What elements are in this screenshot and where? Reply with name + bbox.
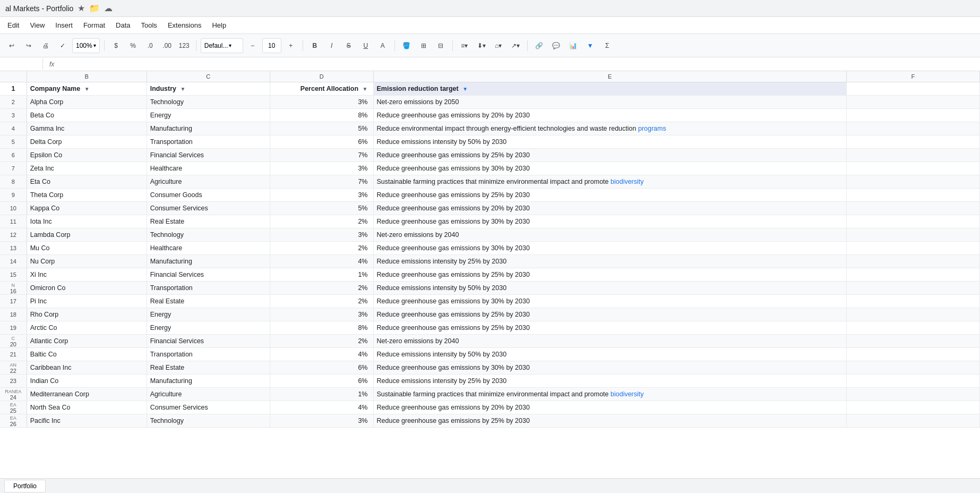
cell-percent[interactable]: 4% (270, 254, 373, 268)
folder-icon[interactable]: 📁 (89, 3, 100, 13)
cell-percent[interactable]: 4% (270, 401, 373, 414)
cell-emission[interactable]: Reduce greenhouse gas emissions by 25% b… (373, 321, 846, 334)
cell-company[interactable]: Theta Corp (27, 188, 147, 201)
undo-button[interactable]: ↩ (4, 38, 19, 53)
underline-button[interactable]: U (358, 38, 373, 53)
table-row[interactable]: 18Rho CorpEnergy3%Reduce greenhouse gas … (0, 308, 980, 321)
menu-edit[interactable]: Edit (2, 19, 24, 31)
cell-percent[interactable]: 7% (270, 175, 373, 188)
cell-industry[interactable]: Technology (147, 95, 270, 108)
cell-emission[interactable]: Reduce environmental impact through ener… (373, 122, 846, 135)
cell-emission[interactable]: Reduce greenhouse gas emissions by 25% b… (373, 188, 846, 201)
table-row[interactable]: 10Kappa CoConsumer Services5%Reduce gree… (0, 201, 980, 215)
function-button[interactable]: Σ (600, 38, 615, 53)
header-industry[interactable]: Industry ▼ (147, 82, 270, 95)
link-button[interactable]: 🔗 (532, 38, 547, 53)
cell-emission[interactable]: Reduce greenhouse gas emissions by 30% b… (373, 241, 846, 254)
cell-emission[interactable]: Reduce emissions intensity by 50% by 203… (373, 281, 846, 294)
filter-button[interactable]: ▼ (583, 38, 598, 53)
cell-percent[interactable]: 2% (270, 294, 373, 308)
cell-industry[interactable]: Financial Services (147, 148, 270, 162)
cell-company[interactable]: Beta Co (27, 108, 147, 122)
cell-emission[interactable]: Sustainable farming practices that minim… (373, 387, 846, 401)
table-row[interactable]: 9Theta CorpConsumer Goods3%Reduce greenh… (0, 188, 980, 201)
rotate-button[interactable]: ↗▾ (508, 38, 523, 53)
cell-company[interactable]: Caribbean Inc (27, 361, 147, 374)
cell-emission[interactable]: Net-zero emissions by 2040 (373, 228, 846, 241)
cell-industry[interactable]: Healthcare (147, 162, 270, 175)
filter-icon-emission[interactable]: ▼ (462, 86, 468, 92)
cell-company[interactable]: Pacific Inc (27, 414, 147, 427)
cell-company[interactable]: Iota Inc (27, 215, 147, 228)
italic-button[interactable]: I (324, 38, 339, 53)
cell-company[interactable]: Eta Co (27, 175, 147, 188)
cell-emission[interactable]: Reduce greenhouse gas emissions by 20% b… (373, 201, 846, 215)
cell-emission[interactable]: Reduce greenhouse gas emissions by 25% b… (373, 308, 846, 321)
cell-percent[interactable]: 2% (270, 281, 373, 294)
table-row[interactable]: 5Delta CorpTransportation6%Reduce emissi… (0, 135, 980, 148)
header-company[interactable]: Company Name ▼ (27, 82, 147, 95)
header-percent[interactable]: Percent Allocation ▼ (270, 82, 373, 95)
cell-industry[interactable]: Manufacturing (147, 122, 270, 135)
fill-color-button[interactable]: 🪣 (399, 38, 414, 53)
table-row[interactable]: EA26Pacific IncTechnology3%Reduce greenh… (0, 414, 980, 427)
cell-percent[interactable]: 6% (270, 374, 373, 387)
cell-emission[interactable]: Reduce greenhouse gas emissions by 30% b… (373, 361, 846, 374)
cell-industry[interactable]: Healthcare (147, 241, 270, 254)
emission-link[interactable]: biodiversity (611, 390, 644, 398)
cell-percent[interactable]: 3% (270, 228, 373, 241)
font-size-increase[interactable]: + (283, 38, 298, 53)
font-name-selector[interactable]: Defaul... ▾ (201, 38, 243, 53)
cell-company[interactable]: Alpha Corp (27, 95, 147, 108)
percent-button[interactable]: % (126, 38, 141, 53)
cell-percent[interactable]: 1% (270, 387, 373, 401)
cell-industry[interactable]: Transportation (147, 135, 270, 148)
cell-emission[interactable]: Net-zero emissions by 2040 (373, 334, 846, 347)
cell-industry[interactable]: Technology (147, 414, 270, 427)
cell-company[interactable]: Delta Corp (27, 135, 147, 148)
decimal-decrease-button[interactable]: .0 (143, 38, 158, 53)
cell-emission[interactable]: Reduce greenhouse gas emissions by 30% b… (373, 215, 846, 228)
cell-industry[interactable]: Energy (147, 321, 270, 334)
font-size-decrease[interactable]: − (245, 38, 260, 53)
table-row[interactable]: 12Lambda CorpTechnology3%Net-zero emissi… (0, 228, 980, 241)
header-emission[interactable]: Emission reduction target ▼ (373, 82, 846, 95)
filter-icon-industry[interactable]: ▼ (180, 86, 185, 92)
cell-percent[interactable]: 3% (270, 188, 373, 201)
table-row[interactable]: 7Zeta IncHealthcare3%Reduce greenhouse g… (0, 162, 980, 175)
cell-industry[interactable]: Energy (147, 108, 270, 122)
cell-company[interactable]: Kappa Co (27, 201, 147, 215)
spell-check-button[interactable]: ✓ (55, 38, 70, 53)
cell-industry[interactable]: Manufacturing (147, 254, 270, 268)
table-row[interactable]: 19Arctic CoEnergy8%Reduce greenhouse gas… (0, 321, 980, 334)
merge-button[interactable]: ⊟ (433, 38, 448, 53)
table-row[interactable]: 13Mu CoHealthcare2%Reduce greenhouse gas… (0, 241, 980, 254)
table-row[interactable]: 4Gamma IncManufacturing5%Reduce environm… (0, 122, 980, 135)
table-row[interactable]: 2Alpha CorpTechnology3%Net-zero emission… (0, 95, 980, 108)
cell-company[interactable]: Nu Corp (27, 254, 147, 268)
table-row[interactable]: 11Iota IncReal Estate2%Reduce greenhouse… (0, 215, 980, 228)
cell-percent[interactable]: 4% (270, 347, 373, 361)
decimal-increase-button[interactable]: .00 (160, 38, 175, 53)
table-row[interactable]: 17Pi IncReal Estate2%Reduce greenhouse g… (0, 294, 980, 308)
redo-button[interactable]: ↪ (21, 38, 36, 53)
cell-industry[interactable]: Manufacturing (147, 374, 270, 387)
cell-industry[interactable]: Transportation (147, 347, 270, 361)
cell-company[interactable]: North Sea Co (27, 401, 147, 414)
cell-industry[interactable]: Consumer Services (147, 401, 270, 414)
table-row[interactable]: 15Xi IncFinancial Services1%Reduce green… (0, 268, 980, 281)
cell-emission[interactable]: Reduce emissions intensity by 25% by 203… (373, 254, 846, 268)
cell-percent[interactable]: 3% (270, 162, 373, 175)
table-row[interactable]: N16Omicron CoTransportation2%Reduce emis… (0, 281, 980, 294)
emission-link[interactable]: biodiversity (611, 178, 644, 185)
cell-emission[interactable]: Net-zero emissions by 2050 (373, 95, 846, 108)
table-row[interactable]: AN22Caribbean IncReal Estate6%Reduce gre… (0, 361, 980, 374)
chart-button[interactable]: 📊 (566, 38, 581, 53)
col-header-b[interactable]: B (27, 71, 147, 82)
cell-company[interactable]: Zeta Inc (27, 162, 147, 175)
strikethrough-button[interactable]: S (341, 38, 356, 53)
cell-company[interactable]: Epsilon Co (27, 148, 147, 162)
cell-emission[interactable]: Reduce greenhouse gas emissions by 30% b… (373, 294, 846, 308)
cell-company[interactable]: Omicron Co (27, 281, 147, 294)
cell-industry[interactable]: Real Estate (147, 215, 270, 228)
